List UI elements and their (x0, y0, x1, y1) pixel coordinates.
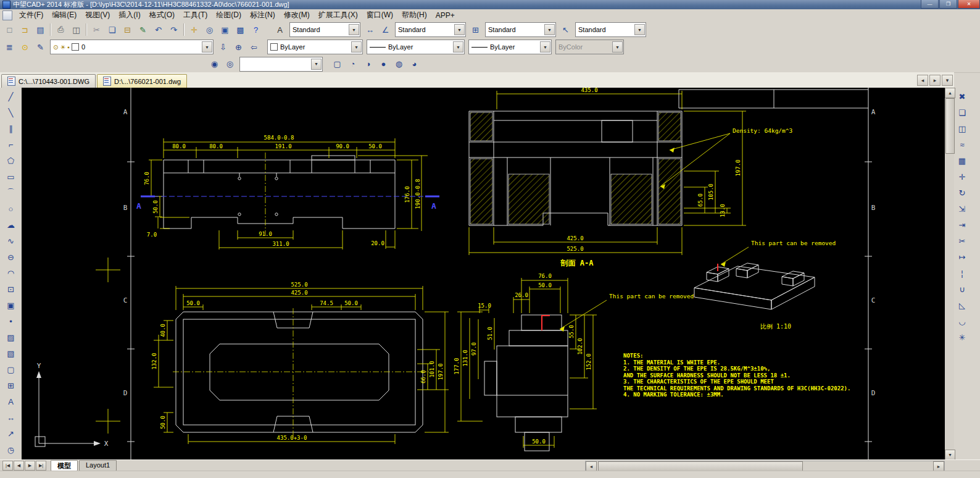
menu-item-1[interactable]: 编辑(E) (48, 9, 81, 22)
layer-bulb-icon[interactable]: ⊙ (17, 40, 33, 55)
table-tool-icon[interactable]: ⊞ (3, 377, 19, 393)
vertical-scroll-thumb[interactable] (945, 98, 955, 154)
chamfer-tool-icon[interactable]: ◺ (954, 297, 970, 313)
layer-states-icon[interactable]: ⊕ (231, 40, 246, 55)
table-style-select-dropdown-arrow[interactable]: ▼ (544, 24, 555, 35)
menu-item-4[interactable]: 格式(O) (145, 9, 179, 22)
ellipse-tool-icon[interactable]: ⊖ (3, 249, 19, 265)
undo-icon[interactable]: ↶ (151, 22, 166, 38)
print-icon[interactable]: ⎙ (53, 22, 69, 38)
stretch-tool-icon[interactable]: ⇥ (954, 217, 970, 233)
text-style-select[interactable]: Standard▼ (289, 22, 360, 37)
menu-item-9[interactable]: 扩展工具(X) (314, 9, 362, 22)
save-icon[interactable]: ▤ (33, 22, 48, 38)
tab-menu-button[interactable]: ▾ (942, 75, 953, 86)
vertical-scrollbar[interactable]: ▲ ▼ (944, 88, 954, 460)
extend-tool-icon[interactable]: ↦ (954, 249, 970, 265)
scroll-left-button[interactable]: ◄ (586, 461, 597, 471)
scale-tool-icon[interactable]: ⇲ (954, 201, 970, 217)
donut-icon[interactable]: ◉ (207, 56, 222, 72)
layer-properties-icon[interactable]: ≣ (2, 40, 17, 55)
move-tool-icon[interactable]: ✛ (954, 169, 970, 185)
drawing-canvas[interactable]: 584.0-0.880.080.0191.090.050.076.050.07.… (22, 88, 945, 460)
dim-style-select[interactable]: Standard▼ (395, 22, 466, 37)
shade-gouraud-edges-icon[interactable]: ◕ (407, 56, 422, 72)
mleader-style-select[interactable]: Standard▼ (575, 22, 646, 37)
scroll-right-button[interactable]: ► (933, 461, 944, 471)
table-style-icon[interactable]: ⊞ (468, 22, 483, 38)
tab-scroll-right-button[interactable]: ▸ (929, 75, 941, 86)
array-tool-icon[interactable]: ▦ (954, 153, 970, 169)
minimize-button[interactable]: — (921, 0, 939, 9)
erase-tool-icon[interactable]: ✖ (954, 88, 970, 104)
tab-scroll-left-button[interactable]: ◂ (917, 75, 928, 86)
layer-edit-icon[interactable]: ✎ (33, 40, 48, 55)
color-select[interactable]: ByLayer▼ (267, 40, 363, 54)
dim-style-select-dropdown-arrow[interactable]: ▼ (454, 24, 465, 35)
hatch-tool-icon[interactable]: ▨ (3, 329, 19, 345)
scroll-down-button[interactable]: ▼ (945, 450, 955, 460)
mleader-style-icon[interactable]: ↖ (558, 22, 573, 38)
prev-layout-button[interactable]: ◀ (14, 461, 24, 471)
zoom-window-icon[interactable]: ▣ (217, 22, 233, 38)
print-preview-icon[interactable]: ◫ (69, 22, 84, 38)
menu-item-2[interactable]: 视图(V) (81, 9, 114, 22)
horizontal-scroll-thumb[interactable] (598, 461, 803, 471)
next-layout-button[interactable]: ▶ (25, 461, 35, 471)
circle-tool-icon[interactable]: ○ (3, 201, 19, 217)
copy-tool-icon[interactable]: ❏ (954, 104, 970, 120)
quick-style-select-dropdown-arrow[interactable]: ▼ (311, 59, 322, 70)
copy-icon[interactable]: ❏ (104, 22, 120, 38)
lineweight-select[interactable]: ByLayer▼ (468, 40, 552, 54)
linear-dimension-tool-icon[interactable]: ↔ (3, 409, 19, 426)
maximize-button[interactable]: ❐ (939, 0, 957, 9)
menu-item-0[interactable]: 文件(F) (15, 9, 48, 22)
ellipse-arc-tool-icon[interactable]: ◠ (3, 265, 19, 281)
gradient-tool-icon[interactable]: ▧ (3, 345, 19, 361)
zoom-previous-icon[interactable]: ▩ (233, 22, 248, 38)
text-style-icon[interactable]: A (272, 22, 288, 38)
shade-2dwire-icon[interactable]: ▢ (330, 56, 345, 72)
layout-tab-模型[interactable]: 模型 (51, 460, 78, 472)
radius-dimension-tool-icon[interactable]: ◷ (3, 442, 19, 458)
match-properties-icon[interactable]: ✎ (135, 22, 151, 38)
zoom-realtime-icon[interactable]: ◎ (202, 22, 217, 38)
dim-angle-icon[interactable]: ∠ (378, 22, 393, 38)
linetype-select[interactable]: ByLayer▼ (367, 40, 465, 54)
paste-icon[interactable]: ⊟ (120, 22, 135, 38)
linetype-select-dropdown-arrow[interactable]: ▼ (453, 41, 463, 52)
color-select-dropdown-arrow[interactable]: ▼ (351, 41, 362, 52)
pan-icon[interactable]: ✛ (186, 22, 202, 38)
cut-icon[interactable]: ✂ (89, 22, 104, 38)
mirror-tool-icon[interactable]: ◫ (954, 120, 970, 136)
multiline-tool-icon[interactable]: ∥ (3, 120, 19, 136)
explode-tool-icon[interactable]: ✳ (954, 329, 970, 345)
shade-hidden-icon[interactable]: ◔ (345, 56, 360, 72)
shade-gouraud-icon[interactable]: ● (376, 56, 391, 72)
trim-tool-icon[interactable]: ✂ (954, 233, 970, 249)
fillet-tool-icon[interactable]: ◡ (954, 313, 970, 329)
rotate-tool-icon[interactable]: ↻ (954, 185, 970, 201)
layer-previous-icon[interactable]: ⇦ (246, 40, 262, 55)
break-tool-icon[interactable]: ¦ (954, 265, 970, 281)
open-icon[interactable]: ⊐ (17, 22, 33, 38)
last-layout-button[interactable]: ▶| (36, 461, 46, 471)
menu-item-11[interactable]: 帮助(H) (397, 9, 431, 22)
make-layer-current-icon[interactable]: ⇩ (215, 40, 231, 55)
new-file-icon[interactable]: □ (2, 22, 17, 38)
dim-style-icon[interactable]: ↔ (362, 22, 378, 38)
construction-line-tool-icon[interactable]: ╲ (3, 104, 19, 120)
point-tool-icon[interactable]: • (3, 313, 19, 329)
offset-tool-icon[interactable]: ≈ (954, 136, 970, 153)
shade-flat-icon[interactable]: ◑ (360, 56, 376, 72)
help-icon[interactable]: ? (248, 22, 264, 38)
make-block-tool-icon[interactable]: ▣ (3, 297, 19, 313)
line-tool-icon[interactable]: ╱ (3, 88, 19, 104)
layer-select[interactable]: ⊙☀▪0▼ (50, 40, 214, 54)
menu-item-12[interactable]: APP+ (431, 10, 459, 21)
join-tool-icon[interactable]: ∪ (954, 281, 970, 297)
aligned-dimension-tool-icon[interactable]: ↗ (3, 426, 19, 442)
layer-select-dropdown-arrow[interactable]: ▼ (202, 41, 212, 52)
scroll-up-button[interactable]: ▲ (945, 88, 955, 98)
menu-item-10[interactable]: 窗口(W) (362, 9, 397, 22)
